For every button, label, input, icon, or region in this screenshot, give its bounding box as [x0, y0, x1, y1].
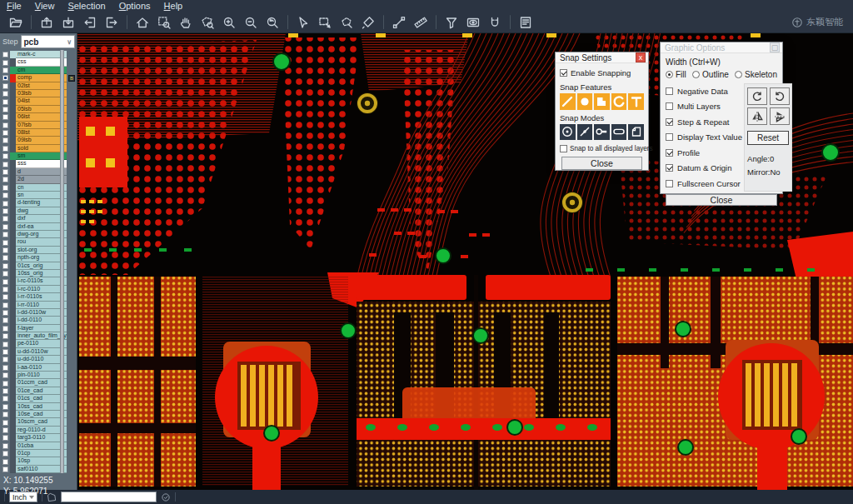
layer-visibility-checkbox[interactable] [2, 169, 8, 175]
radio-icon[interactable] [692, 71, 700, 78]
layer-name[interactable]: d-tenting [16, 199, 67, 207]
layer-name[interactable]: rou [16, 238, 67, 246]
layer-visibility-checkbox[interactable] [2, 263, 8, 269]
layer-row[interactable]: mark-c [0, 51, 77, 58]
layer-row[interactable]: sold [0, 145, 77, 152]
layer-visibility-checkbox[interactable] [2, 271, 8, 277]
graphic-option-row[interactable]: Profile [666, 145, 742, 161]
layer-name[interactable]: 01cp [16, 450, 67, 457]
layer-name[interactable]: css [16, 58, 67, 66]
layer-visibility-checkbox[interactable] [2, 75, 8, 81]
layer-name[interactable]: 10ss_cad [16, 403, 67, 411]
highlight-eye-icon[interactable] [462, 13, 484, 32]
layer-visibility-checkbox[interactable] [2, 396, 8, 402]
graphic-close-button[interactable]: Close [666, 194, 777, 206]
menu-item[interactable]: View [35, 0, 55, 12]
layer-name[interactable]: i-dd-0110w [16, 309, 67, 317]
layer-row[interactable]: 10ss_cad [0, 403, 77, 411]
layer-row[interactable]: 07lsb [0, 122, 77, 129]
graphic-option-row[interactable]: Fullscreen Cursor [666, 176, 742, 192]
layer-row[interactable]: 09lsb [0, 137, 77, 144]
layer-visibility-checkbox[interactable] [2, 146, 8, 152]
rect-select-icon[interactable] [314, 13, 336, 32]
layer-row[interactable]: pin-0110 [0, 372, 77, 379]
layer-visibility-checkbox[interactable] [2, 420, 8, 426]
menu-item[interactable]: Selection [67, 0, 105, 12]
measure-line-icon[interactable] [388, 13, 410, 32]
snap-all-layers-row[interactable]: Snap to all displayed layers [560, 145, 644, 152]
layer-visibility-checkbox[interactable] [2, 224, 8, 230]
layer-row[interactable]: sn [0, 192, 77, 199]
layer-visibility-checkbox[interactable] [2, 317, 8, 323]
layer-name[interactable]: sn [16, 192, 67, 199]
layer-visibility-checkbox[interactable] [2, 459, 8, 465]
graphic-option-checkbox[interactable] [666, 118, 673, 126]
unit-select[interactable]: Inch [9, 492, 37, 502]
layer-row[interactable]: 10sp [0, 457, 77, 465]
graphic-option-checkbox[interactable] [666, 87, 673, 95]
layer-name[interactable]: 07lsb [16, 122, 67, 129]
mode-surface-icon[interactable] [628, 124, 644, 141]
layer-name[interactable]: saf0110 [16, 466, 67, 473]
layer-name[interactable]: u-dd-0110w [16, 348, 67, 356]
rotate-cw-icon[interactable] [747, 87, 767, 105]
flip-v-icon[interactable] [770, 107, 790, 125]
snap-text-icon[interactable] [628, 93, 644, 110]
open-folder-icon[interactable] [5, 13, 27, 32]
layer-name[interactable]: cm [16, 67, 67, 74]
layer-row[interactable]: i-rr-0110 [0, 302, 77, 309]
layer-row[interactable]: i-rc-0110s [0, 277, 77, 285]
layer-name[interactable]: pe-0110 [16, 340, 67, 347]
layer-visibility-checkbox[interactable] [2, 357, 8, 362]
layer-row[interactable]: cn [0, 184, 77, 192]
layer-visibility-checkbox[interactable] [2, 435, 8, 441]
layer-row[interactable]: u-dd-0110w [0, 348, 77, 356]
layer-row[interactable]: 03lsb [0, 90, 77, 97]
radio-icon[interactable] [666, 71, 673, 78]
mode-point-icon[interactable] [577, 124, 593, 141]
layer-visibility-checkbox[interactable] [2, 153, 8, 159]
layer-visibility-checkbox[interactable] [2, 122, 8, 128]
notes-list-icon[interactable] [515, 13, 536, 32]
toolbar-button[interactable] [127, 15, 127, 29]
mode-key-icon[interactable] [594, 124, 610, 141]
layer-visibility-checkbox[interactable] [2, 192, 8, 198]
layer-name[interactable]: dwg [16, 207, 67, 215]
close-icon[interactable]: ▢ [770, 42, 780, 52]
width-radio-option[interactable]: Skeleton [735, 70, 777, 79]
page-import-icon[interactable] [79, 13, 101, 32]
ruler-icon[interactable] [410, 13, 431, 32]
width-radio-option[interactable]: Fill [666, 70, 686, 79]
layer-row[interactable]: sss [0, 160, 77, 167]
graphic-option-checkbox[interactable] [666, 180, 673, 187]
layer-visibility-checkbox[interactable] [2, 467, 8, 472]
layer-visibility-checkbox[interactable] [2, 52, 8, 57]
layer-row[interactable]: 05lsb [0, 106, 77, 113]
enable-snapping-checkbox[interactable] [560, 69, 567, 77]
layer-visibility-checkbox[interactable] [2, 287, 8, 292]
layer-row[interactable]: i-dd-0110 [0, 317, 77, 324]
layer-name[interactable]: 02lst [16, 82, 67, 90]
layer-name[interactable]: targ3-0110 [16, 434, 67, 442]
layer-visibility-checkbox[interactable] [2, 240, 8, 246]
select-arrow-icon[interactable] [292, 13, 314, 32]
layer-row[interactable]: u-dd-0110 [0, 356, 77, 363]
layer-name[interactable]: 10se_cad [16, 411, 67, 418]
layer-name[interactable]: cn [16, 184, 67, 192]
menu-item[interactable]: Options [119, 0, 151, 12]
layer-name[interactable]: 09lsb [16, 137, 67, 144]
layer-row[interactable]: dwg [0, 207, 77, 215]
snap-circle-icon[interactable] [577, 93, 593, 110]
mode-center-icon[interactable] [560, 124, 576, 141]
graphic-option-checkbox[interactable] [666, 102, 673, 110]
save-up-icon[interactable] [36, 13, 57, 32]
layer-row[interactable]: i-rc-0110 [0, 286, 77, 293]
layer-row[interactable]: npth-org [0, 254, 77, 262]
snap-dialog-titlebar[interactable]: Snap Settings x [556, 52, 648, 63]
layer-row[interactable]: 01cba [0, 442, 77, 450]
layer-name[interactable]: 01cs_cad [16, 395, 67, 402]
layer-name[interactable]: 05lsb [16, 106, 67, 113]
layer-name[interactable]: slot-org [16, 247, 67, 254]
zoom-window-icon[interactable] [153, 13, 175, 32]
layer-visibility-checkbox[interactable] [2, 342, 8, 347]
